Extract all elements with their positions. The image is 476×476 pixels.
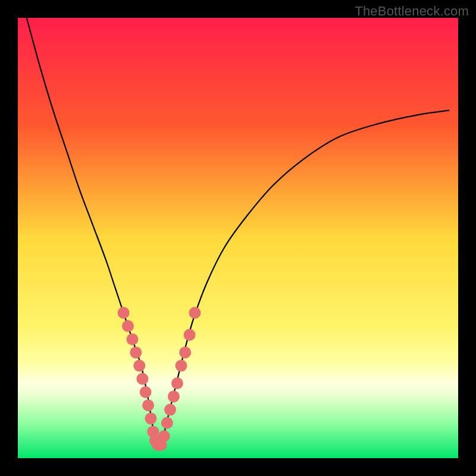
highlight-dot (189, 307, 201, 319)
highlight-dot (130, 346, 142, 358)
highlight-dot (171, 377, 183, 389)
chart-frame: TheBottleneck.com (0, 0, 476, 476)
highlight-dot (136, 373, 148, 385)
highlight-dot (126, 333, 138, 345)
gradient-background (18, 18, 458, 458)
highlight-dot (164, 404, 176, 416)
highlight-dot (122, 320, 134, 332)
highlight-dot (158, 430, 170, 442)
highlight-dot (142, 399, 154, 411)
highlight-dot (118, 307, 130, 319)
watermark-text: TheBottleneck.com (355, 4, 469, 19)
plot-area (18, 18, 458, 458)
highlight-dot (145, 412, 156, 424)
highlight-dot (176, 360, 187, 372)
highlight-dot (184, 329, 196, 341)
highlight-dot (161, 417, 173, 429)
highlight-dot (179, 346, 191, 358)
highlight-dot (140, 386, 152, 398)
highlight-dot (133, 360, 145, 372)
highlight-dot (168, 390, 180, 402)
chart-svg (18, 18, 458, 458)
